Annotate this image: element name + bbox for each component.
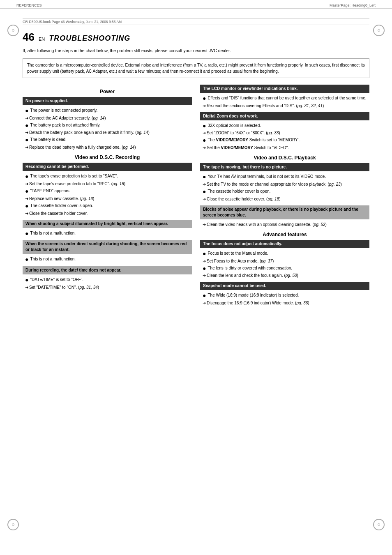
list-item: ● 32X optical zoom is selected. (203, 122, 369, 129)
bullet-icon: ● (203, 188, 206, 195)
item-text: The power is not connected properly. (30, 107, 97, 113)
list-item: ➜ Set the VIDEO/MEMORY Switch to "VIDEO"… (203, 145, 369, 151)
item-text: The lens is dirty or covered with conden… (208, 265, 292, 271)
list-item: ● The cassette holder cover is open. (25, 203, 192, 210)
list-item: ● Effects and "DIS" functions that canno… (203, 95, 369, 102)
bullet-icon: ● (203, 137, 206, 144)
item-text: Set "DATE/TIME" to "ON". (pg. 31, 34) (29, 284, 99, 290)
item-text: Close the cassette holder cover. (29, 210, 88, 216)
video-dsc-recording-heading: Video and D.S.C. Recording (23, 154, 192, 160)
list-item: ➜ Set Focus to the Auto mode. (pg. 37) (203, 258, 369, 264)
list-item: ➜ Set "DATE/TIME" to "ON". (pg. 31, 34) (25, 284, 192, 290)
item-text: 32X optical zoom is selected. (208, 122, 261, 129)
main-content: GR-D390US.book Page 46 Wednesday, June 2… (0, 10, 392, 318)
item-text: Clean the lens and check the focus again… (207, 272, 298, 279)
list-item: ➜ Re-read the sections covering Effects … (203, 103, 369, 109)
focus-heading: The focus does not adjust automatically. (200, 240, 369, 248)
item-text: Detach the battery pack once again and r… (29, 129, 150, 136)
item-text: The Wide (16:9) mode (16:9 indicator) is… (208, 292, 299, 298)
bullet-icon: ● (25, 122, 28, 129)
recording-cannot-heading: Recording cannot be performed. (23, 163, 192, 171)
item-text: The battery pack is not attached firmly. (30, 122, 100, 128)
item-text: Replace with new cassette. (pg. 18) (29, 196, 94, 202)
file-info-text: GR-D390US.book Page 46 Wednesday, June 2… (23, 20, 122, 24)
list-item: ➜ Connect the AC Adapter securely. (pg. … (25, 115, 192, 121)
item-text: Focus is set to the Manual mode. (208, 250, 268, 256)
arrow-icon: ➜ (203, 145, 206, 151)
item-text: Set "ZOOM" to "64X" or "800X". (pg. 33) (207, 130, 280, 136)
file-info-bar: GR-D390US.book Page 46 Wednesday, June 2… (23, 18, 369, 25)
bullet-icon: ● (25, 173, 28, 180)
bullet-icon: ● (203, 95, 206, 102)
lcd-blink-heading: The LCD monitor or viewfinder indication… (200, 85, 369, 93)
arrow-icon: ➜ (203, 130, 206, 136)
lcd-section: The LCD monitor or viewfinder indication… (200, 85, 369, 109)
arrow-icon: ➜ (25, 196, 28, 202)
list-item: ● The battery is dead. (25, 136, 192, 143)
item-text: Set the VIDEO/MEMORY Switch to "VIDEO". (207, 145, 289, 151)
no-power-heading: No power is supplied. (23, 97, 192, 105)
list-item: ● The Wide (16:9) mode (16:9 indicator) … (203, 292, 369, 299)
list-item: ➜ Set the tape's erase protection tab to… (25, 181, 192, 187)
arrow-icon: ➜ (203, 221, 206, 228)
list-item: ● The battery pack is not attached firml… (25, 122, 192, 129)
bullet-icon: ● (203, 173, 206, 180)
item-text: "TAPE END" appears. (30, 188, 70, 194)
page-heading: 46 EN TROUBLESHOOTING (23, 31, 369, 44)
arrow-icon: ➜ (25, 115, 28, 121)
bullet-icon: ● (203, 250, 206, 257)
list-item: ● The power is not connected properly. (25, 107, 192, 114)
item-text: Effects and "DIS" functions that cannot … (208, 95, 366, 101)
masterpage-label: MasterPage: Heading0_Left (330, 3, 376, 7)
bullet-icon: ● (25, 230, 28, 237)
reg-mark-bottom-right (373, 519, 385, 530)
arrow-icon: ➜ (203, 103, 206, 109)
bullet-icon: ● (25, 256, 28, 263)
bullet-icon: ● (203, 292, 206, 299)
snapshot-heading: Snapshot mode cannot be used. (200, 282, 369, 290)
arrow-icon: ➜ (25, 284, 28, 290)
arrow-icon: ➜ (203, 300, 206, 306)
header-bar: REFERENCES MasterPage: Heading0_Left (0, 0, 392, 9)
direct-sunlight-heading: When the screen is under direct sunlight… (23, 240, 192, 254)
list-item: ➜ Replace with new cassette. (pg. 18) (25, 196, 192, 202)
blocks-noise-heading: Blocks of noise appear during playback, … (200, 205, 369, 219)
digital-zoom-heading: Digital Zoom does not work. (200, 112, 369, 120)
video-playback-heading: Video and D.S.C. Playback (200, 155, 369, 161)
tape-moving-heading: The tape is moving, but there is no pict… (200, 163, 369, 171)
list-item: ➜ Detach the battery pack once again and… (25, 129, 192, 136)
power-section-heading: Power (23, 89, 192, 94)
arrow-icon: ➜ (25, 144, 28, 150)
item-text: Replace the dead battery with a fully ch… (29, 144, 136, 150)
list-item: ● The VIDEO/MEMORY Switch is set to "MEM… (203, 137, 369, 144)
section-label: REFERENCES (16, 3, 42, 7)
advanced-features-heading: Advanced features (200, 232, 369, 237)
item-text: The VIDEO/MEMORY Switch is set to "MEMOR… (208, 137, 300, 143)
arrow-icon: ➜ (25, 210, 28, 216)
video-playback-section: Video and D.S.C. Playback The tape is mo… (200, 155, 369, 228)
power-section: Power No power is supplied. ● The power … (23, 89, 192, 150)
arrow-icon: ➜ (25, 181, 28, 187)
arrow-icon: ➜ (203, 181, 206, 187)
item-text: Disengage the 16:9 (16:9 indicator) Wide… (207, 300, 309, 306)
item-text: "DATE/TIME" is set to "OFF". (30, 276, 83, 283)
arrow-icon: ➜ (25, 129, 28, 136)
info-box: The camcorder is a microcomputer-control… (23, 58, 369, 78)
page-container: REFERENCES MasterPage: Heading0_Left GR-… (0, 0, 392, 555)
page-number: 46 (23, 31, 35, 44)
list-item: ➜ Clean the video heads with an optional… (203, 221, 369, 228)
arrow-icon: ➜ (203, 258, 206, 264)
list-item: ➜ Close the cassette holder cover. (pg. … (203, 196, 369, 202)
two-column-layout: Power No power is supplied. ● The power … (23, 85, 369, 309)
bullet-icon: ● (25, 136, 28, 143)
item-text: The cassette holder cover is open. (208, 188, 270, 194)
list-item: ➜ Disengage the 16:9 (16:9 indicator) Wi… (203, 300, 369, 306)
date-time-heading: During recording, the date/ time does no… (23, 266, 192, 274)
reg-mark-bottom-left (7, 519, 19, 530)
item-text: Set Focus to the Auto mode. (pg. 37) (207, 258, 274, 264)
item-text: The battery is dead. (30, 136, 66, 143)
item-text: Connect the AC Adapter securely. (pg. 14… (29, 115, 106, 121)
bullet-icon: ● (25, 188, 28, 195)
arrow-icon: ➜ (203, 272, 206, 279)
item-text: The tape's erase protection tab is set t… (30, 173, 118, 179)
